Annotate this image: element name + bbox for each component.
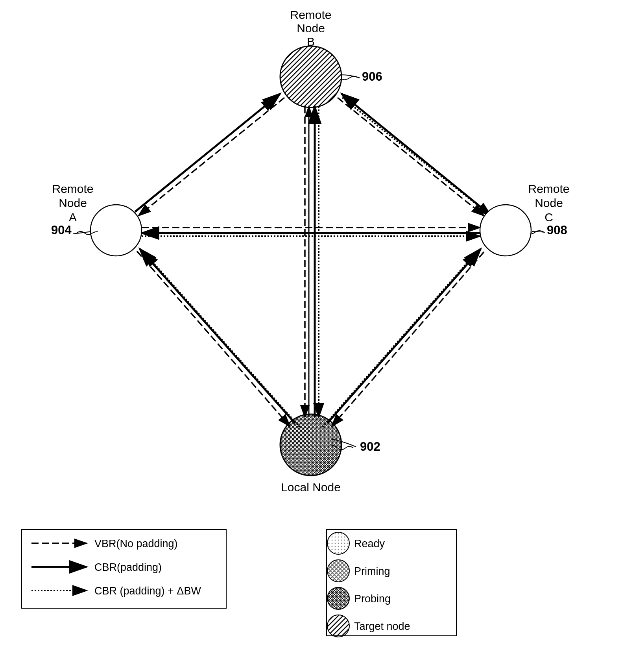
node-b-label-line3: B xyxy=(307,35,315,48)
vbr-line-a-local xyxy=(137,251,290,426)
remote-node-c-circle xyxy=(480,205,531,256)
remote-node-b-circle xyxy=(280,46,341,107)
legend-cbr-text: CBR(padding) xyxy=(94,561,162,573)
node-a-label-line1: Remote xyxy=(52,182,93,195)
legend-vbr-text: VBR(No padding) xyxy=(94,538,178,550)
legend-probing-text: Probing xyxy=(354,593,391,605)
legend-ready-symbol xyxy=(327,532,349,554)
cbr-line-c-b xyxy=(341,94,487,212)
cbrdelta-line-b-c xyxy=(342,98,491,216)
ref-906-squiggle xyxy=(341,76,359,80)
diagram-canvas: Remote Node B Remote Node A Remote Node … xyxy=(0,0,622,672)
node-c-label-line1: Remote xyxy=(528,182,569,195)
legend-cbrdelta-text: CBR (padding) + ΔBW xyxy=(94,585,201,597)
ref-906: 906 xyxy=(362,70,382,83)
legend-target-text: Target node xyxy=(354,620,410,632)
ref-908: 908 xyxy=(547,223,567,237)
node-a-label-line3: A xyxy=(69,211,77,224)
node-c-label-line3: C xyxy=(544,211,553,224)
ref-904: 904 xyxy=(51,223,72,237)
vbr-line-c-local xyxy=(332,252,484,426)
cbr-line-local-a xyxy=(140,249,295,423)
remote-node-a-circle xyxy=(90,205,142,256)
node-b-label-line1: Remote xyxy=(290,8,331,21)
legend-priming-symbol xyxy=(327,560,349,582)
node-a-label-line2: Node xyxy=(59,196,87,209)
vbr-line-b-a xyxy=(138,98,284,216)
ref-902: 902 xyxy=(360,440,380,454)
legend-ready-text: Ready xyxy=(354,538,385,550)
cbrdelta-line-local-a xyxy=(144,253,300,427)
node-c-label-line2: Node xyxy=(535,196,563,209)
local-node-label: Local Node xyxy=(281,481,341,494)
vbr-line-b-c xyxy=(338,98,484,216)
legend-priming-text: Priming xyxy=(354,565,390,577)
cbr-line-local-c xyxy=(327,249,481,423)
legend-probing-symbol xyxy=(327,587,349,609)
legend-target-symbol xyxy=(327,615,349,637)
node-b-label-line2: Node xyxy=(297,22,325,35)
